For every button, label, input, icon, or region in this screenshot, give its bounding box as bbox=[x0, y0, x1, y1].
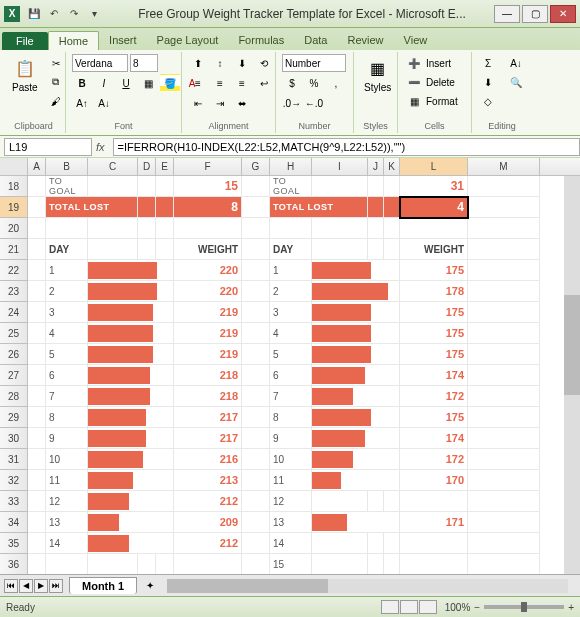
cell-K35[interactable] bbox=[384, 533, 400, 554]
cell-K36[interactable] bbox=[384, 554, 400, 574]
orientation-button[interactable]: ⟲ bbox=[254, 54, 274, 72]
cell-F20[interactable] bbox=[174, 218, 242, 239]
last-sheet-button[interactable]: ⏭ bbox=[49, 579, 63, 593]
cell-B30[interactable]: 9 bbox=[46, 428, 88, 449]
cell-F34[interactable]: 209 bbox=[174, 512, 242, 533]
minimize-button[interactable]: — bbox=[494, 5, 520, 23]
cell-B28[interactable]: 7 bbox=[46, 386, 88, 407]
cell-B24[interactable]: 3 bbox=[46, 302, 88, 323]
horizontal-scrollbar[interactable] bbox=[167, 579, 568, 593]
cell-H28[interactable]: 7 bbox=[270, 386, 312, 407]
cell-B31[interactable]: 10 bbox=[46, 449, 88, 470]
cell-M18[interactable] bbox=[468, 176, 540, 197]
cell-I29[interactable] bbox=[312, 407, 400, 428]
cell-I33[interactable] bbox=[312, 491, 368, 512]
bold-button[interactable]: B bbox=[72, 74, 92, 92]
cell-H27[interactable]: 6 bbox=[270, 365, 312, 386]
cell-F25[interactable]: 219 bbox=[174, 323, 242, 344]
increase-decimal-button[interactable]: .0→ bbox=[282, 94, 302, 112]
cell-I34[interactable] bbox=[312, 512, 400, 533]
cell-F24[interactable]: 219 bbox=[174, 302, 242, 323]
maximize-button[interactable]: ▢ bbox=[522, 5, 548, 23]
italic-button[interactable]: I bbox=[94, 74, 114, 92]
cell-G22[interactable] bbox=[242, 260, 270, 281]
normal-view-button[interactable] bbox=[381, 600, 399, 614]
cell-G32[interactable] bbox=[242, 470, 270, 491]
cell-G23[interactable] bbox=[242, 281, 270, 302]
cell-I18[interactable] bbox=[312, 176, 368, 197]
new-sheet-button[interactable]: ✦ bbox=[141, 579, 159, 593]
cell-K18[interactable] bbox=[384, 176, 400, 197]
grow-font-button[interactable]: A↑ bbox=[72, 94, 92, 112]
cell-M27[interactable] bbox=[468, 365, 540, 386]
cell-B35[interactable]: 14 bbox=[46, 533, 88, 554]
cell-L27[interactable]: 174 bbox=[400, 365, 468, 386]
undo-icon[interactable]: ↶ bbox=[46, 6, 62, 22]
cell-F31[interactable]: 216 bbox=[174, 449, 242, 470]
cell-I24[interactable] bbox=[312, 302, 400, 323]
decrease-indent-button[interactable]: ⇤ bbox=[188, 94, 208, 112]
cell-G34[interactable] bbox=[242, 512, 270, 533]
cell-M22[interactable] bbox=[468, 260, 540, 281]
autosum-button[interactable]: Σ bbox=[478, 54, 498, 72]
cell-B20[interactable] bbox=[46, 218, 88, 239]
cell-I30[interactable] bbox=[312, 428, 400, 449]
cell-A26[interactable] bbox=[28, 344, 46, 365]
cell-J21[interactable] bbox=[368, 239, 384, 260]
cell-M21[interactable] bbox=[468, 239, 540, 260]
cell-H34[interactable]: 13 bbox=[270, 512, 312, 533]
row-header-28[interactable]: 28 bbox=[0, 386, 28, 407]
shrink-font-button[interactable]: A↓ bbox=[94, 94, 114, 112]
cell-C18[interactable] bbox=[88, 176, 138, 197]
cell-H22[interactable]: 1 bbox=[270, 260, 312, 281]
cell-A29[interactable] bbox=[28, 407, 46, 428]
cell-A23[interactable] bbox=[28, 281, 46, 302]
cell-H20[interactable] bbox=[270, 218, 312, 239]
cell-E36[interactable] bbox=[156, 554, 174, 574]
page-layout-view-button[interactable] bbox=[400, 600, 418, 614]
copy-button[interactable]: ⧉ bbox=[46, 73, 66, 91]
cell-G19[interactable] bbox=[242, 197, 270, 218]
cell-I31[interactable] bbox=[312, 449, 400, 470]
cell-G33[interactable] bbox=[242, 491, 270, 512]
col-header-J[interactable]: J bbox=[368, 158, 384, 175]
cell-A32[interactable] bbox=[28, 470, 46, 491]
cell-M19[interactable] bbox=[468, 197, 540, 218]
cell-E21[interactable] bbox=[156, 239, 174, 260]
cell-G35[interactable] bbox=[242, 533, 270, 554]
col-header-F[interactable]: F bbox=[174, 158, 242, 175]
worksheet-grid[interactable]: ABCDEFGHIJKLM 18TO GOAL15TO GOAL3119TOTA… bbox=[0, 158, 580, 574]
cell-H29[interactable]: 8 bbox=[270, 407, 312, 428]
increase-indent-button[interactable]: ⇥ bbox=[210, 94, 230, 112]
col-header-I[interactable]: I bbox=[312, 158, 368, 175]
cell-A25[interactable] bbox=[28, 323, 46, 344]
cell-H23[interactable]: 2 bbox=[270, 281, 312, 302]
format-cells-button[interactable]: ▦Format bbox=[404, 92, 458, 110]
cell-L28[interactable]: 172 bbox=[400, 386, 468, 407]
row-header-18[interactable]: 18 bbox=[0, 176, 28, 197]
cell-F36[interactable] bbox=[174, 554, 242, 574]
tab-insert[interactable]: Insert bbox=[99, 31, 147, 50]
cell-J18[interactable] bbox=[368, 176, 384, 197]
cell-M25[interactable] bbox=[468, 323, 540, 344]
percent-button[interactable]: % bbox=[304, 74, 324, 92]
tab-home[interactable]: Home bbox=[48, 31, 99, 50]
font-name-select[interactable]: Verdana bbox=[72, 54, 128, 72]
cell-G30[interactable] bbox=[242, 428, 270, 449]
cell-L26[interactable]: 175 bbox=[400, 344, 468, 365]
row-header-22[interactable]: 22 bbox=[0, 260, 28, 281]
styles-button[interactable]: ▦ Styles bbox=[360, 54, 395, 95]
row-header-25[interactable]: 25 bbox=[0, 323, 28, 344]
cell-C21[interactable] bbox=[88, 239, 138, 260]
file-tab[interactable]: File bbox=[2, 32, 48, 50]
cell-A35[interactable] bbox=[28, 533, 46, 554]
cell-A36[interactable] bbox=[28, 554, 46, 574]
cell-B29[interactable]: 8 bbox=[46, 407, 88, 428]
cell-M23[interactable] bbox=[468, 281, 540, 302]
align-center-button[interactable]: ≡ bbox=[210, 74, 230, 92]
cell-D18[interactable] bbox=[138, 176, 156, 197]
row-header-32[interactable]: 32 bbox=[0, 470, 28, 491]
row-header-19[interactable]: 19 bbox=[0, 197, 28, 218]
cell-C35[interactable] bbox=[88, 533, 174, 554]
next-sheet-button[interactable]: ▶ bbox=[34, 579, 48, 593]
